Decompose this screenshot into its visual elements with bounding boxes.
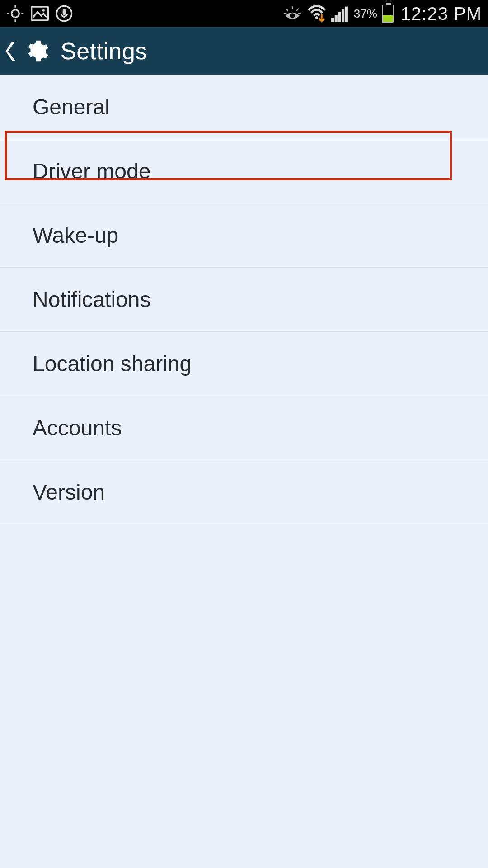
settings-item-label: Wake-up (33, 223, 118, 248)
wifi-download-icon (307, 5, 327, 23)
status-left-icons (6, 5, 73, 23)
settings-item-label: Notifications (33, 287, 150, 312)
signal-icon (331, 5, 349, 22)
svg-point-0 (12, 10, 19, 18)
settings-item-accounts[interactable]: Accounts (0, 396, 488, 460)
settings-item-label: General (33, 94, 110, 119)
svg-point-6 (42, 9, 45, 12)
settings-item-label: Location sharing (33, 351, 192, 376)
svg-rect-8 (63, 9, 66, 15)
battery-fill (383, 15, 393, 22)
back-icon[interactable] (5, 42, 15, 61)
svg-marker-23 (6, 42, 15, 61)
settings-item-label: Accounts (33, 415, 122, 440)
settings-item-label: Version (33, 480, 105, 505)
settings-item-location-sharing[interactable]: Location sharing (0, 332, 488, 396)
gps-icon (6, 5, 24, 23)
battery-icon (382, 5, 394, 23)
settings-item-notifications[interactable]: Notifications (0, 268, 488, 332)
svg-rect-18 (331, 18, 334, 22)
page-title: Settings (61, 38, 147, 65)
svg-line-12 (296, 9, 299, 11)
settings-item-wake-up[interactable]: Wake-up (0, 203, 488, 268)
settings-item-version[interactable]: Version (0, 460, 488, 524)
svg-point-16 (315, 16, 318, 19)
svg-rect-21 (342, 9, 344, 22)
settings-item-general[interactable]: General (0, 75, 488, 139)
settings-item-label: Driver mode (33, 159, 150, 184)
status-time: 12:23 PM (401, 4, 482, 24)
svg-rect-19 (334, 15, 337, 22)
image-icon (31, 6, 49, 21)
svg-point-15 (290, 13, 295, 18)
settings-gear-icon[interactable] (23, 38, 49, 64)
battery-percent: 37% (354, 7, 377, 21)
action-bar: Settings (0, 27, 488, 75)
settings-item-driver-mode[interactable]: Driver mode (0, 139, 488, 203)
status-right-icons: 37% 12:23 PM (282, 4, 482, 24)
voice-icon (55, 5, 73, 23)
settings-list: General Driver mode Wake-up Notification… (0, 75, 488, 524)
svg-line-11 (286, 9, 288, 11)
svg-rect-20 (338, 12, 341, 22)
svg-rect-22 (345, 7, 348, 22)
smart-stay-icon (282, 5, 302, 22)
status-bar: 37% 12:23 PM (0, 0, 488, 27)
